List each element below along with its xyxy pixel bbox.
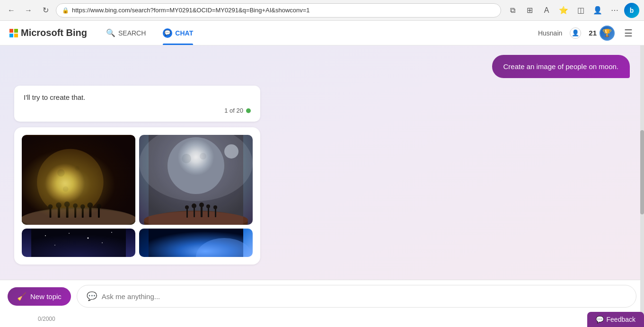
scroll-thumb[interactable]: [640, 130, 644, 215]
message-input[interactable]: [102, 292, 626, 300]
svg-rect-7: [50, 208, 52, 218]
bing-logo-text: Microsoft Bing: [21, 27, 87, 38]
image-grid: [22, 135, 253, 257]
search-nav-label: SEARCH: [118, 29, 146, 37]
profile-button[interactable]: 👤: [590, 3, 605, 18]
svg-point-1: [37, 149, 103, 215]
status-dot: [246, 108, 251, 113]
svg-point-4: [63, 186, 69, 192]
main-nav: 🔍 SEARCH 💬 CHAT: [98, 21, 201, 45]
favorites-star-button[interactable]: ⭐: [556, 3, 571, 18]
svg-point-20: [97, 204, 101, 209]
svg-point-42: [69, 233, 70, 234]
new-topic-label: New topic: [30, 292, 62, 300]
main-content: Create an image of people on moon. I'll …: [0, 45, 644, 327]
moon-image-3-svg: [22, 229, 135, 257]
svg-point-6: [22, 209, 135, 225]
user-message-text: Create an image of people on moon.: [503, 62, 619, 71]
image-grid-container: [14, 127, 260, 265]
input-chat-icon: 💬: [87, 291, 97, 301]
svg-point-14: [73, 203, 78, 208]
generated-image-1[interactable]: [22, 135, 135, 225]
svg-rect-13: [74, 207, 76, 218]
svg-rect-17: [89, 206, 91, 217]
split-screen-button[interactable]: ⧉: [505, 3, 520, 18]
edge-logo: b: [624, 3, 639, 18]
svg-point-16: [80, 204, 85, 209]
scroll-track: [640, 45, 644, 327]
svg-rect-15: [82, 208, 84, 218]
forward-button[interactable]: →: [22, 4, 35, 17]
input-box: 💬: [77, 285, 636, 308]
moon-image-2-svg: [139, 135, 253, 225]
char-count-row: 0/2000 📌: [0, 312, 644, 327]
svg-point-5: [22, 208, 135, 225]
sidebar-button[interactable]: ◫: [573, 3, 588, 18]
app-header: Microsoft Bing 🔍 SEARCH 💬 CHAT Husnain 👤…: [0, 21, 644, 45]
counter-text: 1 of 20: [224, 107, 243, 114]
user-avatar-icon[interactable]: 👤: [570, 27, 581, 39]
svg-point-43: [88, 238, 89, 239]
svg-point-8: [48, 204, 53, 209]
bing-logo: Microsoft Bing: [9, 27, 87, 38]
bot-message-text: I'll try to create that.: [24, 93, 251, 101]
nav-chat[interactable]: 💬 CHAT: [155, 21, 201, 45]
char-count: 0/2000: [11, 316, 55, 322]
collections-button[interactable]: ⊞: [522, 3, 537, 18]
bot-message-bubble: I'll try to create that. 1 of 20: [14, 86, 260, 122]
lock-icon: 🔒: [62, 7, 69, 14]
new-topic-button[interactable]: 🧹 New topic: [8, 287, 71, 306]
ms-yellow-square: [14, 34, 18, 37]
svg-point-46: [102, 242, 103, 243]
header-right: Husnain 👤 21 🏆 ☰: [538, 26, 635, 41]
user-message-wrapper: Create an image of people on moon.: [14, 55, 630, 78]
trophy-icon: 🏆: [600, 26, 615, 41]
bottom-bar: 🧹 New topic 💬 0/2000 📌: [0, 280, 644, 327]
nav-search[interactable]: 🔍 SEARCH: [98, 21, 153, 45]
search-nav-icon: 🔍: [106, 28, 115, 37]
svg-rect-11: [66, 205, 69, 218]
feedback-icon: 💬: [596, 316, 604, 323]
svg-point-44: [111, 232, 112, 233]
svg-point-18: [88, 203, 93, 208]
svg-point-3: [75, 166, 79, 171]
points-value: 21: [589, 29, 597, 37]
svg-point-10: [56, 203, 62, 208]
input-row: 🧹 New topic 💬: [0, 280, 644, 312]
ms-blue-square: [9, 34, 13, 37]
generated-image-3[interactable]: [22, 229, 135, 257]
refresh-button[interactable]: ↻: [39, 4, 52, 17]
svg-point-45: [54, 245, 55, 246]
chat-nav-label: CHAT: [175, 29, 193, 37]
browser-actions: ⧉ ⊞ A ⭐ ◫ 👤 ⋯ b: [505, 3, 639, 18]
microsoft-logo: [9, 29, 18, 37]
chat-area: Create an image of people on moon. I'll …: [0, 45, 644, 280]
address-bar[interactable]: 🔒 https://www.bing.com/search?form=MY029…: [56, 3, 501, 18]
svg-point-2: [57, 169, 65, 177]
user-message-bubble: Create an image of people on moon.: [492, 55, 630, 78]
generated-image-2[interactable]: [139, 135, 253, 225]
font-size-button[interactable]: A: [539, 3, 554, 18]
back-button[interactable]: ←: [5, 4, 18, 17]
broom-icon: 🧹: [17, 292, 26, 301]
svg-point-41: [45, 235, 46, 236]
moon-image-1-svg: [22, 135, 135, 225]
ms-green-square: [14, 29, 18, 33]
moon-image-4-svg: [139, 229, 253, 257]
more-options-button[interactable]: ⋯: [607, 3, 622, 18]
hamburger-menu-button[interactable]: ☰: [622, 26, 635, 41]
feedback-label: Feedback: [607, 316, 635, 323]
svg-rect-39: [149, 135, 243, 225]
bot-response: I'll try to create that. 1 of 20: [14, 86, 260, 265]
svg-point-12: [64, 202, 70, 207]
message-counter: 1 of 20: [24, 107, 251, 114]
user-name: Husnain: [538, 29, 562, 37]
ms-red-square: [9, 29, 13, 33]
svg-rect-0: [22, 136, 135, 223]
points-display: 21 🏆: [589, 26, 615, 41]
feedback-button[interactable]: 💬 Feedback: [587, 312, 644, 327]
chat-nav-icon: 💬: [163, 28, 172, 38]
url-text: https://www.bing.com/search?form=MY0291&…: [72, 7, 310, 14]
generated-image-4[interactable]: [139, 229, 253, 257]
svg-rect-9: [58, 206, 60, 218]
